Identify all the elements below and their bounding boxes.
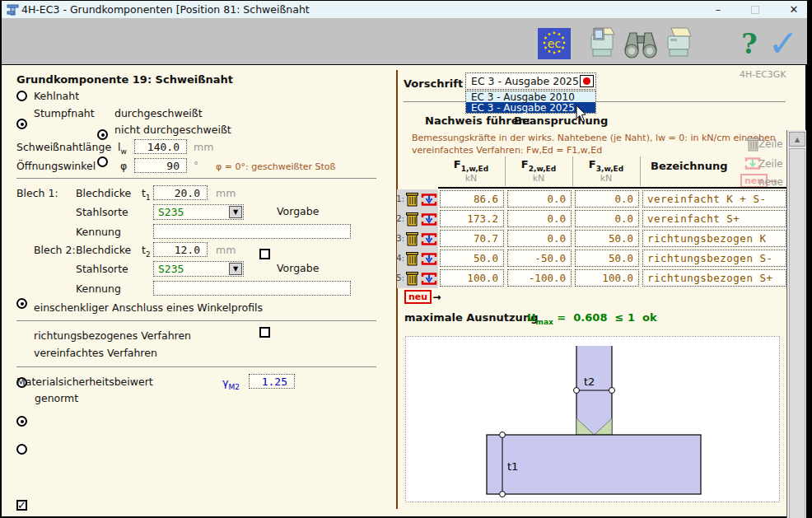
window-title: 4H-EC3 - Grundkomponenten [Position 81: …: [21, 3, 310, 16]
input-kennung1[interactable]: [153, 224, 351, 239]
row-number: 2:: [395, 214, 404, 223]
label-vorgabe1: Vorgabe: [277, 205, 319, 217]
input-gamma-m2[interactable]: 1.25: [249, 374, 295, 389]
insert-row-icon[interactable]: [421, 194, 437, 206]
label-stumpfnaht: Stumpfnaht: [34, 107, 95, 119]
cell-f2[interactable]: 0.0: [507, 230, 572, 247]
select-steel-grade2[interactable]: S235 ▼: [153, 261, 244, 277]
t2-dimension-label: t2: [584, 376, 595, 388]
option-ec3-2010[interactable]: EC 3 - Ausgabe 2010: [466, 91, 595, 102]
scroll-up-icon[interactable]: ▲: [789, 132, 805, 147]
print-preview-icon[interactable]: [586, 26, 618, 61]
new-row-label: neue Z: [758, 176, 786, 188]
cell-f3[interactable]: 0.0: [575, 210, 639, 227]
checkbox-genormt[interactable]: [16, 500, 27, 511]
close-button[interactable]: ✕: [782, 1, 806, 18]
print-icon[interactable]: [663, 26, 694, 61]
select-steel-grade1[interactable]: S235 ▼: [153, 204, 244, 220]
cell-f1[interactable]: 70.7: [440, 230, 504, 247]
insert-row-icon[interactable]: [421, 233, 437, 245]
vorschrift-dropdown[interactable]: EC 3 - Ausgabe 2025: [465, 72, 596, 90]
label-schweissnahtlaenge: Schweißnahtlänge: [16, 141, 111, 153]
new-row-button[interactable]: neu→: [404, 290, 441, 304]
delete-row-icon[interactable]: [406, 250, 418, 266]
cell-f3[interactable]: 50.0: [575, 230, 639, 247]
cell-f3[interactable]: 50.0: [575, 250, 639, 267]
divider: [16, 366, 376, 367]
help-icon[interactable]: ?: [738, 26, 761, 61]
confirm-icon[interactable]: ✓: [767, 23, 800, 63]
weld-joint-diagram: t2 t1: [405, 336, 780, 502]
label-winkelprofil: einschenkliger Anschluss eines Winkelpro…: [34, 301, 263, 314]
steel-grade2-value: S235: [154, 263, 229, 275]
cell-f1[interactable]: 100.0: [440, 269, 504, 287]
cell-f1[interactable]: 50.0: [440, 250, 504, 267]
label-blechdicke1: Blechdicke: [76, 187, 131, 199]
radio-nicht-durchgeschweisst[interactable]: [97, 156, 108, 167]
ec-flag-icon[interactable]: ec: [538, 28, 571, 59]
chevron-down-icon[interactable]: ▼: [229, 206, 242, 218]
angle-hint: φ = 0°: geschweißter Stoß: [216, 161, 335, 172]
cell-bezeichnung[interactable]: vereinfacht K + S-: [642, 190, 786, 208]
divider: [16, 320, 376, 321]
cell-bezeichnung[interactable]: richtungsbezogen S+: [642, 269, 786, 287]
cell-f1[interactable]: 173.2: [440, 210, 504, 227]
app-icon: [7, 3, 20, 16]
checkbox-vorgabe2[interactable]: [259, 327, 270, 338]
cell-f2[interactable]: 0.0: [507, 190, 572, 208]
checkbox-vorgabe1[interactable]: [259, 249, 270, 259]
cell-bezeichnung[interactable]: vereinfacht S+: [642, 210, 786, 227]
delete-row-icon[interactable]: [406, 191, 418, 207]
label-nicht-durchgeschweisst: nicht durchgeschweißt: [114, 124, 231, 136]
hint-line2: vereinfachtes Verfahren: Fw,Ed = F1,w,Ed: [412, 145, 602, 156]
label-blechdicke2: Blechdicke: [76, 244, 131, 256]
delete-row-label: Zeile l: [758, 138, 786, 150]
symbol-phi: φ: [120, 160, 127, 172]
col-header-f3: F3,w,Ed: [573, 158, 639, 173]
cell-bezeichnung[interactable]: richtungsbezogen K: [642, 230, 786, 247]
symbol-lw: lw: [118, 141, 127, 156]
dropdown-toggle-icon[interactable]: [580, 75, 594, 87]
label-stahlsorte1: Stahlsorte: [76, 206, 128, 218]
delete-row-icon[interactable]: [406, 211, 418, 226]
scrollbar-thumb[interactable]: [789, 148, 805, 518]
delete-row-icon[interactable]: [406, 231, 418, 246]
cell-f1[interactable]: 86.6: [440, 190, 504, 208]
unit-mm: mm: [216, 244, 236, 256]
input-weld-length[interactable]: 140.0: [134, 139, 187, 154]
maximize-button[interactable]: [743, 1, 768, 18]
radio-richtungsbezogen[interactable]: [16, 416, 27, 427]
cell-f2[interactable]: 0.0: [507, 210, 572, 227]
unit-mm: mm: [216, 187, 236, 199]
radio-stumpfnaht[interactable]: [16, 119, 27, 129]
input-thickness-t2[interactable]: 12.0: [153, 242, 208, 257]
svg-text:ec: ec: [548, 37, 561, 50]
cell-f3[interactable]: 100.0: [575, 269, 639, 287]
radio-kehlnaht[interactable]: [16, 91, 27, 101]
vertical-scrollbar[interactable]: ▲: [786, 130, 806, 518]
cell-f2[interactable]: -100.0: [507, 269, 572, 287]
radio-durchgeschweisst[interactable]: [97, 129, 108, 140]
insert-row-icon[interactable]: [421, 213, 437, 226]
binoculars-icon[interactable]: [622, 28, 660, 59]
cell-f3[interactable]: 0.0: [575, 190, 639, 208]
label-durchgeschweisst: durchgeschweißt: [114, 107, 203, 119]
col-unit-f1: kN: [438, 173, 504, 184]
input-kennung2[interactable]: [153, 281, 351, 296]
minimize-button[interactable]: –: [706, 1, 730, 18]
input-angle[interactable]: 90: [134, 158, 187, 173]
col-header-f1: F1,w,Ed: [438, 158, 504, 173]
delete-row-icon[interactable]: [406, 270, 418, 286]
cell-f2[interactable]: -50.0: [507, 250, 572, 267]
insert-row-icon[interactable]: [421, 253, 437, 265]
symbol-t2: t2: [142, 244, 151, 259]
insert-row-icon[interactable]: [421, 273, 437, 285]
app-window: 4H-EC3 - Grundkomponenten [Position 81: …: [0, 0, 812, 518]
radio-vereinfacht[interactable]: [16, 444, 27, 455]
t1-dimension-label: t1: [507, 460, 518, 473]
input-thickness-t1[interactable]: 20.0: [153, 185, 208, 200]
radio-blech2[interactable]: [16, 298, 27, 309]
chevron-down-icon[interactable]: ▼: [229, 263, 242, 275]
cell-bezeichnung[interactable]: richtungsbezogen S-: [642, 250, 786, 267]
hint-line1: Bemessungskräfte in der wirks. Nahtebene…: [412, 133, 776, 143]
